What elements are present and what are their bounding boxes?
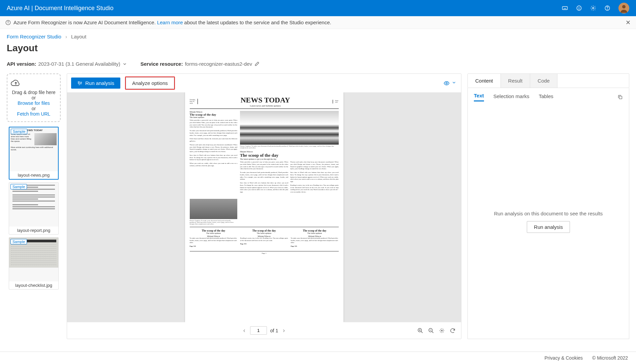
zoom-in-icon[interactable] (417, 328, 423, 334)
content-subtabs: Text Selection marks Tables (467, 88, 629, 105)
close-banner-icon[interactable]: ✕ (626, 19, 631, 26)
document-canvas[interactable]: Tuesday,Sep 20,2022 NEWS TODAYLatest new… (67, 92, 461, 322)
config-row: API version: 2023-07-31 (3.1 General Ava… (0, 60, 636, 73)
viewer-toolbar: Run analysis Analyze options (67, 74, 461, 92)
fit-page-icon[interactable] (439, 328, 445, 334)
info-icon (5, 20, 11, 25)
subtab-selection-marks[interactable]: Selection marks (493, 93, 529, 101)
settings-gear-icon[interactable] (590, 5, 596, 11)
chevron-down-icon[interactable] (452, 80, 456, 86)
dropzone[interactable]: Drag & drop file here or Browse for file… (7, 73, 61, 122)
results-hint: Run analysis on this document to see the… (494, 211, 603, 216)
svg-point-16 (8, 21, 8, 22)
svg-point-6 (577, 6, 581, 10)
breadcrumb-root-link[interactable]: Form Recognizer Studio (7, 34, 61, 39)
copy-icon[interactable] (617, 94, 623, 100)
svg-point-8 (580, 7, 580, 8)
chevron-down-icon (122, 62, 127, 66)
prev-page-icon[interactable]: ‹ (242, 326, 247, 335)
keyboard-icon[interactable] (562, 5, 568, 11)
tab-result[interactable]: Result (501, 74, 531, 88)
document-page: Tuesday,Sep 20,2022 NEWS TODAYLatest new… (185, 92, 343, 322)
sample-badge: Sample (11, 129, 27, 134)
service-resource-value: forms-recognizer-eastus2-dev (185, 61, 252, 67)
tab-code[interactable]: Code (530, 74, 557, 88)
api-version-field[interactable]: API version: 2023-07-31 (3.1 General Ava… (7, 61, 127, 67)
svg-point-11 (607, 9, 608, 9)
tab-content[interactable]: Content (468, 74, 501, 88)
svg-point-7 (578, 7, 578, 8)
run-analysis-label: Run analysis (85, 80, 114, 86)
svg-line-23 (432, 331, 433, 333)
main-area: Drag & drop file here or Browse for file… (0, 73, 636, 343)
service-resource-field: Service resource: forms-recognizer-eastu… (141, 61, 260, 67)
viewer-visibility-controls[interactable] (444, 80, 456, 86)
eye-icon[interactable] (444, 80, 450, 86)
thumbnail-item[interactable]: Sample CHECKLIST layout-checklist.jpg (9, 237, 59, 290)
svg-rect-26 (619, 96, 622, 99)
next-page-icon[interactable]: › (281, 326, 286, 335)
user-avatar[interactable] (618, 3, 629, 13)
run-analysis-secondary-button[interactable]: Run analysis (527, 221, 570, 233)
thumbnail-label: layout-report.png (9, 226, 58, 234)
sample-badge: Sample (10, 184, 27, 189)
thumbnail-list: Sample NEWS TODAY Lorem ipsum dolor sit … (9, 127, 59, 292)
sample-badge: Sample (10, 239, 27, 244)
svg-line-19 (421, 331, 423, 333)
zoom-tools (417, 328, 456, 334)
notification-banner: Azure Form Recognizer is now Azure AI Do… (0, 16, 636, 29)
svg-point-13 (622, 5, 626, 8)
analyze-options-label: Analyze options (132, 80, 168, 86)
pager: ‹ of 1 › (67, 322, 461, 339)
zoom-out-icon[interactable] (428, 328, 434, 334)
file-panel: Drag & drop file here or Browse for file… (7, 73, 61, 339)
edit-pencil-icon[interactable] (254, 61, 260, 67)
svg-point-17 (446, 82, 448, 84)
svg-rect-0 (563, 7, 568, 10)
svg-point-25 (442, 330, 443, 331)
breadcrumb: Form Recognizer Studio › Layout (0, 29, 636, 41)
breadcrumb-current: Layout (71, 34, 86, 39)
results-tabs: Content Result Code (467, 73, 629, 88)
svg-point-9 (593, 7, 594, 9)
thumbnail-item[interactable]: Sample NEWS TODAY Lorem ipsum dolor sit … (9, 127, 59, 180)
thumbnail-item[interactable]: Sample layout-report.png (9, 182, 59, 235)
banner-text-prefix: Azure Form Recognizer is now Azure AI Do… (13, 20, 156, 25)
analyze-options-button[interactable]: Analyze options (126, 77, 174, 89)
rotate-icon[interactable] (450, 328, 456, 334)
banner-learn-more-link[interactable]: Learn more (157, 20, 183, 25)
service-resource-label: Service resource: (141, 61, 183, 67)
fetch-url-link[interactable]: Fetch from URL (17, 111, 51, 117)
run-analysis-button[interactable]: Run analysis (71, 78, 120, 89)
help-icon[interactable] (604, 5, 610, 11)
feedback-smiley-icon[interactable] (576, 5, 582, 11)
subtab-text[interactable]: Text (474, 93, 484, 101)
highlight-callout: Analyze options (125, 77, 175, 90)
banner-text-suffix: about the latest updates to the service … (184, 20, 331, 25)
dropzone-text: Drag & drop file here or (10, 90, 57, 100)
chevron-right-icon: › (65, 34, 67, 39)
app-title: Azure AI | Document Intelligence Studio (7, 5, 114, 12)
page-title: Layout (0, 41, 636, 60)
page-number-input[interactable] (250, 326, 267, 335)
api-version-value: 2023-07-31 (3.1 General Availability) (38, 61, 120, 67)
dropzone-or: or (10, 106, 57, 111)
api-version-label: API version: (7, 61, 36, 67)
page-total: of 1 (270, 328, 278, 333)
header-actions (562, 3, 629, 13)
thumbnail-label: layout-news.png (9, 171, 58, 179)
cloud-upload-icon (10, 79, 57, 88)
subtab-tables[interactable]: Tables (539, 93, 553, 101)
results-body: Run analysis on this document to see the… (467, 105, 629, 339)
results-panel: Content Result Code Text Selection marks… (467, 73, 629, 339)
browse-files-link[interactable]: Browse for files (18, 100, 50, 106)
app-header: Azure AI | Document Intelligence Studio (0, 0, 636, 16)
document-viewer: Run analysis Analyze options Tuesday,Sep… (67, 73, 461, 339)
analysis-icon (77, 81, 83, 86)
thumbnail-label: layout-checklist.jpg (9, 281, 58, 289)
